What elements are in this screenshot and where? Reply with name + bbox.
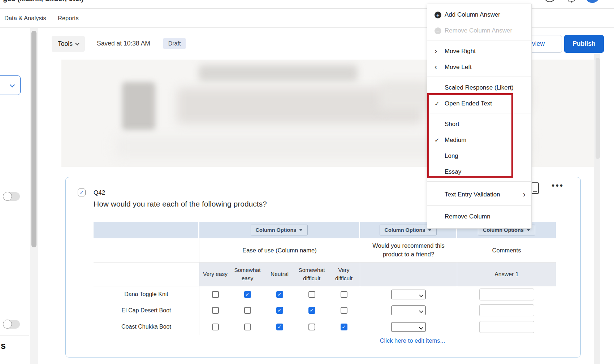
question-select-checkbox[interactable]: ✓ [78,188,86,196]
device-preview-icon[interactable] [531,182,539,194]
recommend-dropdown-r3[interactable] [391,322,426,332]
scale-point-label[interactable]: Somewhat easy [232,263,264,286]
recommend-dropdown-r1[interactable] [391,290,426,299]
scrollbar-thumb[interactable] [31,31,36,247]
menu-item-move-right[interactable]: ›Move Right [427,43,531,59]
comment-cell [457,302,556,318]
select-arrow-icon [419,326,423,329]
tab-reports[interactable]: Reports [58,9,79,28]
matrix-checkbox-r2-c3-checked[interactable]: ✓ [276,307,283,314]
row-label-el-cap-desert-boot: El Cap Desert Boot [94,302,199,318]
sidebar-toggle-1[interactable] [3,192,20,201]
scale-cell-empty [94,263,199,286]
menu-item-essay[interactable]: Essay [427,164,531,180]
scale-cell-recommend-empty [360,263,457,286]
header-cell-ease: Column Options [199,222,360,238]
notifications-bell-icon[interactable] [568,0,575,1]
matrix-checkbox-r1-c4-unchecked[interactable] [308,291,315,298]
column-options-label: Column Options [385,227,425,233]
comment-cell [457,286,556,302]
select-arrow-icon [419,309,423,313]
matrix-checkbox-r2-c1-unchecked[interactable] [212,307,219,314]
matrix-checkbox-r1-c2-checked[interactable]: ✓ [244,291,251,298]
sidebar-toggle-2[interactable] [3,320,20,329]
matrix-checkbox-r1-c1-unchecked[interactable] [212,291,219,298]
matrix-checkbox-r2-c4-checked[interactable]: ✓ [308,307,315,314]
sidebar-dropdown-button[interactable] [0,75,21,95]
matrix-checkbox-r3-c4-unchecked[interactable] [308,324,315,330]
comment-input-r1[interactable] [479,289,534,300]
more-options-icon[interactable]: ••• [552,181,564,191]
sidebar-scrollbar[interactable] [30,28,38,364]
dropdown-cell [360,302,457,318]
matrix-checkbox-r3-c5-checked[interactable]: ✓ [341,324,347,330]
row-label-dana-toggle-knit: Dana Toggle Knit [94,286,199,302]
scale-points-row: Very easySomewhat easyNeutralSomewhat di… [94,263,556,286]
column-names-row: Ease of use (Column name)Would you recom… [94,238,556,263]
menu-item-label: Short [445,121,459,128]
minus-circle-icon: − [434,27,441,34]
dropdown-arrow-icon [299,229,303,231]
edit-items-link[interactable]: Click here to edit items... [355,337,470,344]
scrollbar-thumb[interactable] [596,58,600,159]
matrix-checkbox-r2-c5-unchecked[interactable] [341,307,347,314]
row-label-coast-chukka-boot: Coast Chukka Boot [94,318,199,335]
matrix-checkbox-r2-c2-unchecked[interactable] [244,307,251,314]
comment-cell [457,318,556,335]
menu-item-add-column-answer[interactable]: +Add Column Answer [427,7,531,23]
chevron-right-icon: › [434,47,437,55]
menu-item-open-ended-text[interactable]: ✓Open Ended Text [427,96,531,112]
chevron-left-icon: ‹ [434,63,445,71]
menu-item-long[interactable]: Long [427,148,531,164]
blur-blob [199,65,358,81]
menu-item-label: Remove Column Answer [445,27,512,34]
menu-item-label: Text Entry Validation [445,191,500,198]
sidebar-label-fragment: s [1,341,6,351]
comment-input-r2[interactable] [479,304,534,316]
user-avatar[interactable] [585,0,600,3]
scale-point-label[interactable]: Somewhat difficult [296,263,328,286]
menu-item-label: Open Ended Text [445,100,492,107]
scale-point-label[interactable]: Neutral [264,263,296,286]
minus-circle-icon: − [434,27,445,34]
matrix-checkbox-r3-c3-checked[interactable]: ✓ [276,324,283,330]
check-icon: ✓ [434,100,445,107]
matrix-checkbox-r1-c3-checked[interactable]: ✓ [276,291,283,298]
menu-item-text-entry-validation[interactable]: Text Entry Validation› [427,185,531,204]
scale-point-label[interactable]: Very easy [199,263,232,286]
menu-item-remove-column[interactable]: Remove Column [427,209,531,225]
menu-item-remove-column-answer: −Remove Column Answer [427,23,531,39]
scale-points-cell: Very easySomewhat easyNeutralSomewhat di… [199,263,360,286]
menu-item-scaled-response-likert-[interactable]: Scaled Response (Likert) [427,80,531,96]
chevron-left-icon: ‹ [434,63,437,71]
tab-data-and-analysis[interactable]: Data & Analysis [4,9,46,28]
chevron-right-icon: › [434,47,445,55]
matrix-checkbox-r1-c5-unchecked[interactable] [341,291,347,298]
page-scrollbar[interactable] [594,54,600,364]
question-text[interactable]: How would you rate each of the following… [94,200,267,208]
matrix-checkbox-r3-c2-unchecked[interactable] [244,324,251,330]
matrix-table: Column OptionsColumn OptionsColumn Optio… [94,222,556,335]
column-name-recommend[interactable]: Would you recommend this product to a fr… [360,238,457,263]
column-name-ease[interactable]: Ease of use (Column name) [199,238,360,263]
check-icon: ✓ [434,137,439,144]
dropdown-arrow-icon [428,229,432,231]
column-name-comments[interactable]: Comments [457,238,556,263]
help-icon[interactable] [544,0,555,2]
matrix-checkbox-r3-c1-unchecked[interactable] [212,324,219,330]
divider [0,335,29,335]
publish-button[interactable]: Publish [564,35,604,53]
menu-item-short[interactable]: Short [427,116,531,132]
menu-item-label: Move Left [445,64,472,71]
dropdown-cell [360,286,457,302]
column-options-button-ease[interactable]: Column Options [251,225,308,235]
answer-header-cell[interactable]: Answer 1 [457,263,556,286]
scale-point-label[interactable]: Very difficult [328,263,360,286]
comment-input-r3[interactable] [479,321,534,333]
menu-item-move-left[interactable]: ‹Move Left [427,59,531,75]
tools-button[interactable]: Tools [52,36,85,52]
recommend-dropdown-r2[interactable] [391,306,426,315]
saved-status: Saved at 10:38 AM [97,40,150,47]
menu-separator [427,205,531,206]
menu-item-medium[interactable]: ✓Medium [427,132,531,148]
